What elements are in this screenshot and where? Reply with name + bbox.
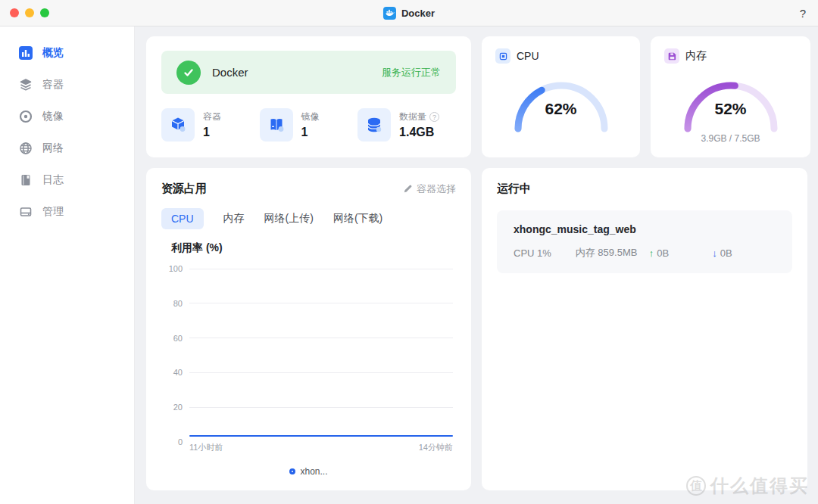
sidebar-item-overview[interactable]: 概览	[0, 37, 134, 69]
data-volume-help-icon[interactable]: ?	[429, 112, 439, 122]
sidebar-item-containers[interactable]: 容器	[0, 69, 134, 101]
book-icon	[260, 108, 293, 142]
overview-stats: 容器 1 镜像 1	[161, 108, 456, 142]
container-memory: 内存 859.5MB	[576, 246, 649, 260]
chart-legend-item[interactable]: xhon...	[161, 466, 456, 477]
tab-network-download[interactable]: 网络(下载)	[333, 207, 382, 230]
y-tick: 0	[161, 437, 183, 446]
sidebar-item-manage[interactable]: 管理	[0, 196, 134, 228]
window-title-group: Docker	[383, 7, 435, 20]
sidebar: 概览 容器 镜像 网络 日志	[0, 26, 135, 504]
running-container-item[interactable]: xhongc_music_tag_web CPU 1% 内存 859.5MB ↑…	[497, 210, 792, 273]
zoom-window-button[interactable]	[40, 8, 49, 17]
stat-value: 1	[203, 126, 221, 139]
container-download: ↓ 0B	[712, 247, 776, 259]
memory-gauge-card: 内存 52% 3.9GB / 7.5GB	[651, 36, 810, 157]
stat-data-volume: 数据量 ? 1.4GB	[357, 108, 456, 142]
storage-drive-icon	[19, 205, 33, 219]
check-circle-icon	[176, 61, 201, 85]
service-status-banner: Docker 服务运行正常	[161, 51, 456, 94]
container-cpu: CPU 1%	[514, 247, 576, 259]
globe-icon	[19, 142, 33, 155]
chart-title: 利用率 (%)	[171, 241, 456, 255]
pencil-icon	[403, 184, 413, 194]
overview-chart-icon	[19, 46, 33, 60]
stat-label: 容器	[203, 110, 221, 123]
y-tick: 20	[161, 403, 183, 412]
cpu-percent-value: 62%	[508, 100, 614, 118]
tab-cpu[interactable]: CPU	[161, 208, 204, 229]
y-tick: 100	[161, 264, 183, 273]
sidebar-item-logs[interactable]: 日志	[0, 164, 134, 196]
service-status-text: 服务运行正常	[382, 66, 441, 79]
sidebar-item-label: 容器	[42, 78, 64, 92]
traffic-lights	[10, 8, 49, 17]
cpu-gauge-card: CPU 62%	[482, 36, 640, 157]
stat-images: 镜像 1	[260, 108, 358, 142]
upload-arrow-icon: ↑	[649, 247, 654, 259]
container-select-button[interactable]: 容器选择	[403, 182, 456, 196]
stat-label: 数据量 ?	[399, 110, 439, 123]
sidebar-item-label: 概览	[42, 46, 64, 60]
stat-label: 镜像	[301, 110, 320, 123]
download-arrow-icon: ↓	[712, 247, 717, 259]
minimize-window-button[interactable]	[25, 8, 34, 17]
metric-tabs: CPU 内存 网络(上传) 网络(下载)	[161, 207, 456, 230]
service-name: Docker	[212, 66, 382, 79]
running-title: 运行中	[497, 182, 792, 196]
memory-card-title: 内存	[685, 49, 707, 63]
container-stats: CPU 1% 内存 859.5MB ↑ 0B ↓ 0B	[514, 246, 776, 260]
stat-containers: 容器 1	[161, 108, 260, 142]
sidebar-item-label: 镜像	[42, 110, 64, 123]
logbook-icon	[19, 173, 33, 187]
usage-chart: 100 80 60 40 20 0	[161, 264, 456, 437]
sidebar-item-label: 网络	[42, 142, 64, 155]
cpu-gauge: 62%	[508, 67, 614, 138]
help-button[interactable]: ?	[800, 7, 806, 20]
close-window-button[interactable]	[10, 8, 19, 17]
cpu-usage-series-line	[189, 435, 453, 437]
docker-whale-icon	[383, 7, 396, 20]
legend-label: xhon...	[300, 466, 327, 477]
y-tick: 40	[161, 368, 183, 377]
memory-percent-value: 52%	[678, 100, 784, 118]
y-tick: 60	[161, 334, 183, 343]
running-containers-card: 运行中 xhongc_music_tag_web CPU 1% 内存 859.5…	[482, 168, 807, 490]
sidebar-item-images[interactable]: 镜像	[0, 101, 134, 132]
titlebar: Docker ?	[0, 0, 818, 26]
cpu-card-header: CPU	[495, 48, 626, 64]
cube-icon	[161, 108, 195, 142]
memory-card-header: 内存	[664, 48, 797, 64]
sidebar-item-network[interactable]: 网络	[0, 132, 134, 164]
container-name: xhongc_music_tag_web	[514, 223, 776, 235]
memory-gauge: 52%	[678, 67, 784, 138]
y-tick: 80	[161, 299, 183, 308]
database-icon	[357, 108, 391, 142]
cpu-card-title: CPU	[517, 50, 539, 62]
memory-chip-icon	[664, 48, 679, 64]
tab-network-upload[interactable]: 网络(上传)	[264, 207, 314, 230]
sidebar-item-label: 管理	[42, 205, 64, 219]
legend-marker-icon	[289, 468, 295, 474]
cpu-chip-icon	[495, 48, 510, 64]
container-upload: ↑ 0B	[649, 247, 713, 259]
docker-status-card: Docker 服务运行正常 容器 1	[146, 36, 471, 157]
main-content: Docker 服务运行正常 容器 1	[135, 26, 818, 504]
resource-usage-title: 资源占用	[161, 182, 207, 196]
layers-icon	[19, 78, 33, 92]
disc-icon	[19, 110, 33, 123]
resource-usage-card: 资源占用 容器选择 CPU 内存 网络(上传) 网络(下载) 利用率 (%) 1…	[146, 168, 471, 490]
sidebar-item-label: 日志	[42, 173, 64, 187]
tab-memory[interactable]: 内存	[223, 207, 245, 230]
window-title: Docker	[401, 8, 435, 19]
stat-value: 1.4GB	[399, 126, 439, 139]
stat-value: 1	[301, 126, 320, 139]
